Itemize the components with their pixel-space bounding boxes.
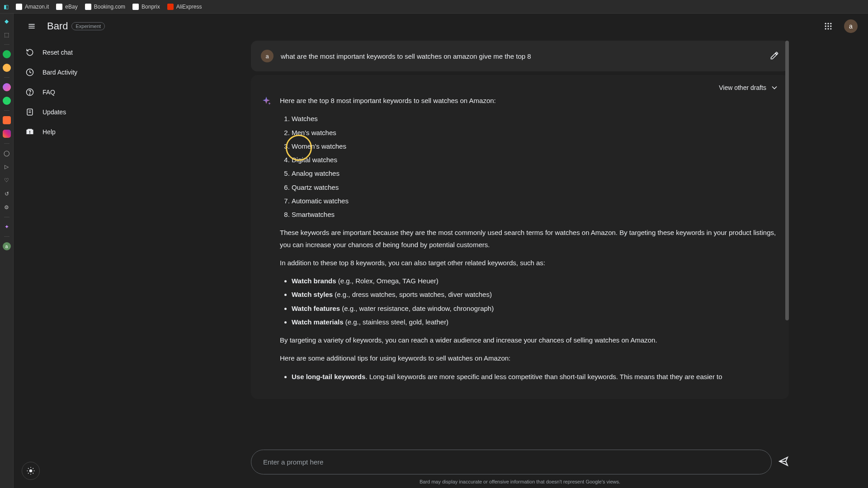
rail-app-icon[interactable] (3, 64, 11, 72)
sidebar-toggle-icon[interactable]: ◧ (4, 4, 9, 10)
svg-point-6 (825, 25, 826, 27)
sidebar-item-updates[interactable]: Updates (17, 103, 168, 121)
bookmark-item[interactable]: eBay (56, 4, 77, 10)
rail-avatar-icon[interactable]: a (3, 242, 11, 250)
related-list-item: Watch styles (e.g., dress watches, sport… (292, 289, 779, 300)
rail-history-icon[interactable]: ↺ (3, 190, 11, 198)
svg-point-10 (827, 28, 829, 29)
keyword-list: WatchesMen's watchesWomen's watchesDigit… (292, 113, 779, 221)
response-intro: Here are the top 8 most important keywor… (280, 95, 779, 107)
rail-sparkle-icon[interactable]: ✦ (3, 223, 11, 231)
sidebar-item-bard-activity[interactable]: Bard Activity (17, 63, 168, 81)
prompt-input[interactable]: Enter a prompt here (251, 450, 772, 474)
bookmark-item[interactable]: Amazon.it (16, 4, 49, 10)
user-prompt-text: what are the most important keywords to … (281, 52, 763, 60)
keyword-list-item: Smartwatches (292, 209, 779, 221)
main-content: a what are the most important keywords t… (172, 39, 868, 488)
keyword-list-item: Analog watches (292, 168, 779, 179)
rail-instagram-icon[interactable] (3, 130, 11, 138)
sidebar-item-label: FAQ (42, 89, 55, 96)
rail-whatsapp-icon[interactable] (3, 97, 11, 105)
chat-scroll-area[interactable]: a what are the most important keywords t… (251, 41, 789, 440)
sidebar-item-reset-chat[interactable]: Reset chat (17, 43, 168, 61)
rail-play-icon[interactable]: ▷ (3, 163, 11, 171)
google-apps-button[interactable] (820, 18, 836, 34)
related-keyword-list: Watch brands (e.g., Rolex, Omega, TAG He… (292, 275, 779, 328)
sidebar-item-label: Bard Activity (42, 69, 77, 76)
svg-rect-19 (29, 133, 30, 134)
related-list-item: Watch brands (e.g., Rolex, Omega, TAG He… (292, 275, 779, 287)
account-avatar-button[interactable]: a (843, 18, 859, 34)
rail-app-icon[interactable]: ⬚ (3, 31, 11, 39)
response-paragraph: By targeting a variety of keywords, you … (280, 334, 779, 346)
updates-icon (25, 108, 34, 117)
tips-list: Use long-tail keywords. Long-tail keywor… (292, 371, 779, 383)
disclaimer-text: Bard may display inaccurate or offensive… (420, 479, 620, 484)
svg-point-8 (830, 25, 831, 27)
rail-heart-icon[interactable]: ♡ (3, 176, 11, 184)
svg-point-9 (825, 28, 826, 29)
experiment-badge: Experiment (71, 22, 105, 30)
svg-rect-18 (29, 131, 30, 133)
rail-settings-icon[interactable]: ⚙ (3, 203, 11, 211)
svg-point-11 (830, 28, 831, 29)
bard-sparkle-icon (261, 96, 272, 107)
chevron-down-icon (770, 83, 779, 92)
avatar-initial: a (844, 19, 858, 33)
light-mode-icon (26, 466, 35, 475)
svg-line-28 (33, 468, 33, 469)
rail-app-icon[interactable] (3, 50, 11, 58)
send-button[interactable] (778, 456, 789, 468)
svg-point-7 (827, 25, 829, 27)
bookmark-item[interactable]: AliExpress (167, 4, 202, 10)
response-text: Here are the top 8 most important keywor… (280, 95, 779, 389)
bookmark-item[interactable]: Booking.com (85, 4, 125, 10)
menu-button[interactable] (23, 17, 41, 35)
scrollbar-thumb[interactable] (785, 41, 789, 320)
response-card: View other drafts Here are the top 8 mos… (251, 75, 789, 399)
pencil-icon (770, 51, 779, 60)
sidebar-item-label: Updates (42, 108, 66, 116)
user-avatar: a (261, 50, 274, 62)
bookmark-label: Booking.com (94, 4, 125, 10)
svg-point-4 (827, 23, 829, 24)
rail-app-icon[interactable] (3, 116, 11, 124)
bookmark-label: eBay (65, 4, 77, 10)
view-drafts-label: View other drafts (719, 84, 766, 91)
keyword-list-item: Watches (292, 113, 779, 125)
reset-icon (25, 48, 34, 57)
hamburger-icon (27, 22, 36, 31)
related-list-item: Watch materials (e.g., stainless steel, … (292, 316, 779, 328)
svg-point-14 (29, 94, 30, 94)
rail-clock-icon[interactable]: ◯ (3, 149, 11, 157)
sidebar-item-faq[interactable]: FAQ (17, 83, 168, 101)
sidebar-item-help[interactable]: Help (17, 123, 168, 141)
browser-bookmark-bar: ◧Amazon.iteBayBooking.comBonprixAliExpre… (0, 0, 868, 14)
app-title-text: Bard (47, 20, 68, 32)
rail-home-icon[interactable]: ◆ (3, 17, 11, 25)
keyword-list-item: Men's watches (292, 127, 779, 139)
activity-icon (25, 68, 34, 77)
svg-line-25 (28, 468, 28, 469)
app-header: Bard Experiment a (14, 14, 868, 39)
send-icon (778, 456, 789, 467)
apps-grid-icon (824, 22, 833, 31)
bookmark-item[interactable]: Bonprix (132, 4, 160, 10)
svg-point-20 (29, 469, 33, 473)
svg-line-27 (28, 473, 28, 474)
bookmark-label: Bonprix (142, 4, 160, 10)
sidebar-item-label: Reset chat (42, 49, 73, 56)
rail-messenger-icon[interactable] (3, 83, 11, 91)
browser-left-rail: ◆ ⬚ ◯ ▷ ♡ ↺ ⚙ ✦ a (0, 14, 14, 488)
user-message-row: a what are the most important keywords t… (251, 41, 789, 71)
tip-list-item: Use long-tail keywords. Long-tail keywor… (292, 371, 779, 383)
sidebar: Reset chat Bard Activity FAQ Updates Hel… (14, 39, 172, 488)
related-list-item: Watch features (e.g., water resistance, … (292, 303, 779, 314)
response-paragraph: In addition to these top 8 keywords, you… (280, 257, 779, 269)
view-drafts-button[interactable]: View other drafts (261, 83, 779, 92)
svg-point-5 (830, 23, 831, 24)
theme-toggle-button[interactable] (22, 462, 40, 480)
response-paragraph: These keywords are important because the… (280, 227, 779, 251)
app-title: Bard Experiment (47, 20, 105, 32)
edit-prompt-button[interactable] (770, 51, 779, 61)
